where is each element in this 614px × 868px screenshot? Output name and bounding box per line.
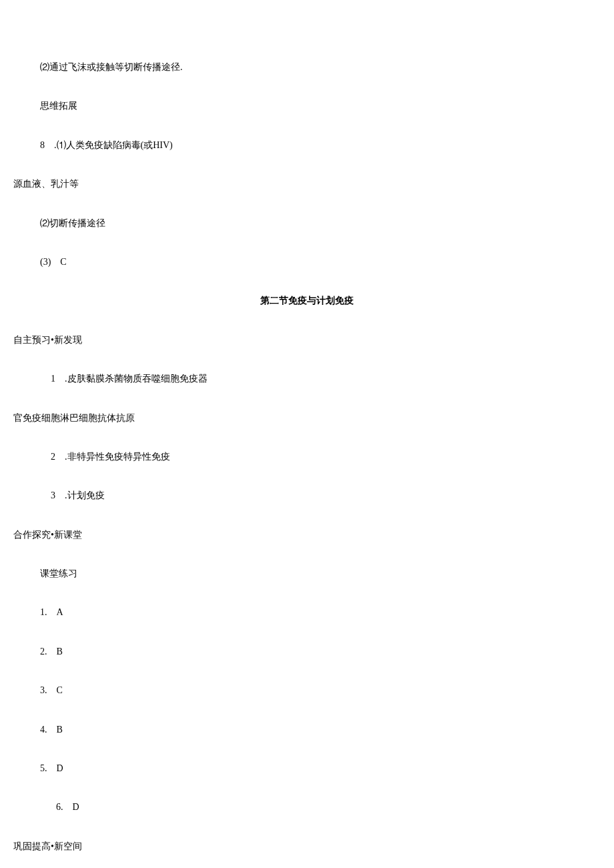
subsection-consolidate: 巩固提高•新空间: [13, 839, 601, 854]
answer-2: 2. B: [13, 644, 601, 659]
paragraph-q8-part2: ⑵切断传播途径: [13, 216, 601, 231]
subsection-preview: 自主预习•新发现: [13, 333, 601, 348]
section-title: 第二节免疫与计划免疫: [13, 294, 601, 308]
paragraph-answer-2: ⑵通过飞沫或接触等切断传播途径.: [13, 60, 601, 75]
answer-1: 1. A: [13, 605, 601, 620]
preview-item-2: 2 .非特异性免疫特异性免疫: [13, 450, 601, 464]
subsection-heading: 思维拓展: [13, 99, 601, 113]
answer-3: 3. C: [13, 683, 601, 698]
paragraph-q8-part3: (3) C: [13, 255, 601, 270]
preview-item-3: 3 .计划免疫: [13, 488, 601, 503]
preview-item-1: 1 .皮肤黏膜杀菌物质吞噬细胞免疫器: [13, 372, 601, 386]
answer-4: 4. B: [13, 723, 601, 737]
class-practice-heading: 课堂练习: [13, 566, 601, 581]
paragraph-q8-line2: 源血液、乳汁等: [13, 177, 601, 191]
paragraph-q8-part1: 8 .⑴人类免疫缺陷病毒(或HIV): [13, 138, 601, 153]
answer-6: 6. D: [13, 800, 601, 815]
answer-5: 5. D: [13, 761, 601, 776]
document-page: ⑵通过飞沫或接触等切断传播途径. 思维拓展 8 .⑴人类免疫缺陷病毒(或HIV)…: [0, 0, 614, 868]
preview-item-1-cont: 官免疫细胞淋巴细胞抗体抗原: [13, 411, 601, 426]
subsection-class: 合作探究•新课堂: [13, 528, 601, 542]
